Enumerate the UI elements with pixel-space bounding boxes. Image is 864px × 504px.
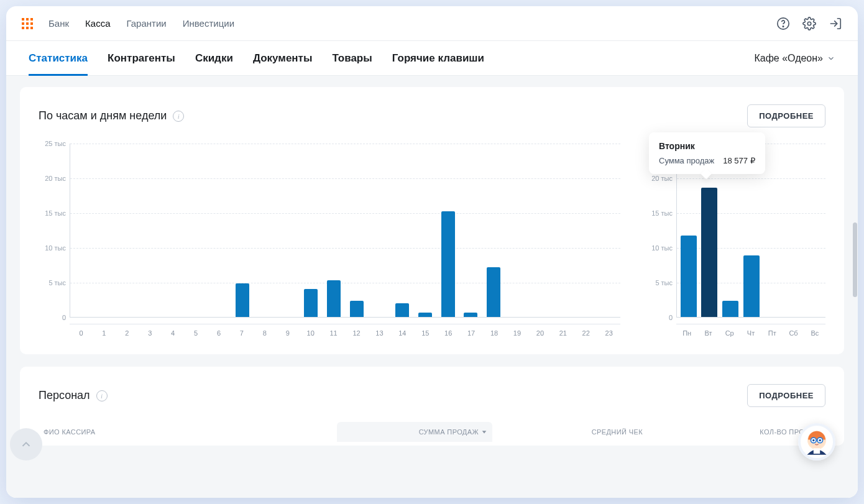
- chart-bar[interactable]: [395, 303, 409, 317]
- svg-point-11: [807, 22, 811, 25]
- y-tick-label: 10 тыс: [45, 244, 66, 252]
- svg-rect-3: [22, 22, 24, 25]
- x-tick-label: Чт: [740, 329, 761, 337]
- chart-bar[interactable]: [681, 236, 697, 317]
- x-tick-label: 8: [253, 329, 276, 337]
- x-tick-label: 22: [574, 329, 597, 337]
- x-tick-label: 6: [208, 329, 231, 337]
- tab-discounts[interactable]: Скидки: [195, 41, 233, 75]
- svg-rect-6: [26, 27, 29, 29]
- chart-bar[interactable]: [487, 267, 500, 317]
- x-tick-label: 7: [230, 329, 253, 337]
- tab-contractors[interactable]: Контрагенты: [108, 41, 175, 75]
- svg-rect-8: [26, 22, 29, 25]
- th-avg[interactable]: СРЕДНИЙ ЧЕК: [492, 422, 648, 442]
- x-tick-label: 10: [299, 329, 322, 337]
- svg-point-16: [812, 439, 814, 441]
- chart-bar[interactable]: [701, 188, 717, 317]
- chart-bar[interactable]: [236, 283, 249, 317]
- svg-marker-12: [482, 431, 487, 433]
- tab-documents[interactable]: Документы: [253, 41, 313, 75]
- th-sum[interactable]: СУММА ПРОДАЖ: [337, 422, 492, 442]
- chart-bar[interactable]: [350, 301, 364, 317]
- tooltip-label: Сумма продаж: [659, 156, 714, 165]
- top-nav: Банк Касса Гарантии Инвестиции: [48, 18, 234, 29]
- assistant-avatar-button[interactable]: [798, 423, 835, 460]
- svg-point-17: [819, 439, 820, 441]
- topbar: Банк Касса Гарантии Инвестиции: [6, 6, 858, 41]
- logout-icon[interactable]: [828, 16, 843, 31]
- x-tick-label: 17: [460, 329, 483, 337]
- subbar: Статистика Контрагенты Скидки Документы …: [6, 41, 858, 76]
- chart-bar[interactable]: [743, 255, 760, 317]
- topnav-guarantees[interactable]: Гарантии: [126, 18, 166, 29]
- svg-rect-2: [30, 18, 33, 21]
- tooltip-value: 18 577 ₽: [723, 156, 755, 165]
- y-tick-label: 0: [669, 314, 673, 321]
- x-tick-label: 15: [414, 329, 437, 337]
- tab-statistics[interactable]: Статистика: [29, 41, 88, 75]
- svg-rect-1: [26, 18, 29, 21]
- x-tick-label: 18: [483, 329, 506, 337]
- chart-bar[interactable]: [327, 280, 341, 317]
- x-tick-label: Ср: [719, 329, 740, 337]
- org-selector-label: Кафе «Одеон»: [754, 53, 823, 64]
- chevron-down-icon: [827, 54, 835, 63]
- x-tick-label: 5: [185, 329, 208, 337]
- chart-bar[interactable]: [304, 289, 318, 317]
- personnel-table-header: ФИО КАССИРА СУММА ПРОДАЖ СРЕДНИЙ ЧЕК КОЛ…: [39, 422, 825, 442]
- sort-desc-icon: [481, 429, 487, 435]
- x-tick-label: 19: [506, 329, 529, 337]
- y-tick-label: 5 тыс: [655, 279, 673, 286]
- details-button-hours[interactable]: ПОДРОБНЕЕ: [747, 104, 825, 127]
- card-personnel-title: Персонал: [39, 389, 90, 402]
- scroll-to-top-button[interactable]: [10, 428, 42, 460]
- y-tick-label: 20 тыс: [45, 175, 66, 182]
- settings-icon[interactable]: [802, 16, 817, 31]
- tab-products[interactable]: Товары: [332, 41, 372, 75]
- x-tick-label: Вс: [804, 329, 825, 337]
- topnav-investments[interactable]: Инвестиции: [183, 18, 234, 29]
- y-tick-label: 15 тыс: [45, 209, 66, 217]
- y-tick-label: 0: [62, 314, 66, 321]
- svg-rect-7: [30, 27, 33, 29]
- x-tick-label: 20: [528, 329, 551, 337]
- svg-rect-5: [22, 27, 24, 29]
- card-personnel: Персонал i ПОДРОБНЕЕ ФИО КАССИРА СУММА П…: [20, 367, 844, 446]
- details-button-personnel[interactable]: ПОДРОБНЕЕ: [747, 384, 825, 407]
- chart-tooltip: Вторник Сумма продаж 18 577 ₽: [649, 132, 765, 174]
- x-tick-label: Пт: [761, 329, 783, 337]
- th-name[interactable]: ФИО КАССИРА: [39, 422, 337, 442]
- x-tick-label: 9: [276, 329, 299, 337]
- org-selector[interactable]: Кафе «Одеон»: [754, 53, 835, 64]
- page-scrollbar-thumb[interactable]: [853, 222, 857, 297]
- svg-rect-18: [814, 448, 820, 454]
- x-tick-label: 16: [437, 329, 460, 337]
- x-tick-label: 2: [116, 329, 139, 337]
- x-tick-label: 23: [597, 329, 620, 337]
- x-tick-label: 3: [139, 329, 162, 337]
- y-tick-label: 20 тыс: [651, 175, 673, 182]
- x-tick-label: Пн: [676, 329, 697, 337]
- card-hours-title: По часам и дням недели: [39, 109, 167, 122]
- x-tick-label: 4: [162, 329, 185, 337]
- tooltip-title: Вторник: [659, 141, 755, 151]
- x-tick-label: 11: [322, 329, 345, 337]
- info-icon[interactable]: i: [96, 390, 108, 401]
- chart-bar[interactable]: [441, 211, 455, 317]
- chart-bar[interactable]: [464, 313, 477, 317]
- chart-bar[interactable]: [722, 301, 738, 317]
- x-tick-label: Сб: [783, 329, 804, 337]
- tab-hotkeys[interactable]: Горячие клавиши: [392, 41, 484, 75]
- chart-bar[interactable]: [418, 313, 432, 317]
- help-icon[interactable]: [776, 16, 791, 31]
- chart-by-hour: 05 тыс10 тыс15 тыс20 тыс25 тыс 012345678…: [39, 144, 620, 337]
- x-tick-label: 12: [345, 329, 368, 337]
- info-icon[interactable]: i: [173, 111, 184, 122]
- x-tick-label: 13: [368, 329, 391, 337]
- card-hours-days: По часам и дням недели i ПОДРОБНЕЕ 05 ты…: [20, 87, 844, 354]
- topnav-kassa[interactable]: Касса: [85, 18, 110, 29]
- chart-by-weekday: 05 тыс10 тыс15 тыс20 тыс25 тыс ПнВтСрЧтП…: [645, 144, 825, 337]
- y-tick-label: 5 тыс: [48, 279, 66, 286]
- topnav-bank[interactable]: Банк: [48, 18, 69, 29]
